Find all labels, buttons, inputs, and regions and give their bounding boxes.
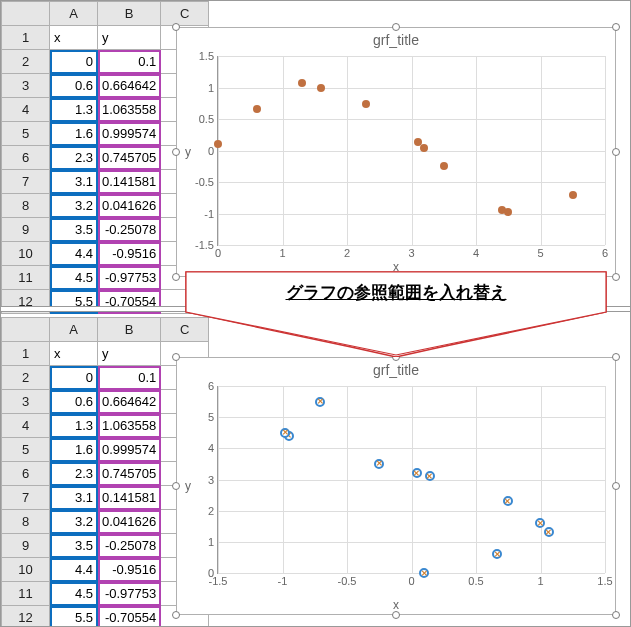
row-header-10[interactable]: 10 bbox=[2, 242, 50, 266]
cell-B7[interactable]: 0.141581 bbox=[98, 170, 161, 194]
cell-A6[interactable]: 2.3 bbox=[50, 462, 98, 486]
cell-A2[interactable]: 0 bbox=[50, 366, 98, 390]
resize-handle-icon[interactable] bbox=[172, 611, 180, 619]
plot-area[interactable]: 0123456-1.5-1-0.500.511.5 bbox=[217, 56, 605, 246]
row-header-8[interactable]: 8 bbox=[2, 194, 50, 218]
row-header-11[interactable]: 11 bbox=[2, 266, 50, 290]
resize-handle-icon[interactable] bbox=[612, 482, 620, 490]
row-header-6[interactable]: 6 bbox=[2, 462, 50, 486]
cell-B8[interactable]: 0.041626 bbox=[98, 510, 161, 534]
cell-B11[interactable]: -0.97753 bbox=[98, 266, 161, 290]
chart-top[interactable]: grf_title y x 0123456-1.5-1-0.500.511.5 bbox=[176, 27, 616, 277]
cell-A1[interactable]: x bbox=[50, 26, 98, 50]
col-header-A[interactable]: A bbox=[50, 2, 98, 26]
data-point[interactable] bbox=[504, 208, 512, 216]
cell-A8[interactable]: 3.2 bbox=[50, 510, 98, 534]
data-point[interactable] bbox=[253, 105, 261, 113]
data-point[interactable] bbox=[544, 527, 554, 537]
resize-handle-icon[interactable] bbox=[612, 148, 620, 156]
cell-A10[interactable]: 4.4 bbox=[50, 242, 98, 266]
row-header-1[interactable]: 1 bbox=[2, 26, 50, 50]
cell-A7[interactable]: 3.1 bbox=[50, 170, 98, 194]
row-header-5[interactable]: 5 bbox=[2, 438, 50, 462]
col-header-A[interactable]: A bbox=[50, 318, 98, 342]
cell-A4[interactable]: 1.3 bbox=[50, 414, 98, 438]
cell-B3[interactable]: 0.664642 bbox=[98, 390, 161, 414]
cell-B4[interactable]: 1.063558 bbox=[98, 98, 161, 122]
row-header-7[interactable]: 7 bbox=[2, 486, 50, 510]
cell-B6[interactable]: 0.745705 bbox=[98, 462, 161, 486]
cell-A11[interactable]: 4.5 bbox=[50, 266, 98, 290]
chart-title[interactable]: grf_title bbox=[177, 28, 615, 48]
cell-B2[interactable]: 0.1 bbox=[98, 366, 161, 390]
cell-B10[interactable]: -0.9516 bbox=[98, 558, 161, 582]
chart-title[interactable]: grf_title bbox=[177, 358, 615, 378]
resize-handle-icon[interactable] bbox=[172, 23, 180, 31]
cell-B9[interactable]: -0.25078 bbox=[98, 218, 161, 242]
cell-A1[interactable]: x bbox=[50, 342, 98, 366]
data-point[interactable] bbox=[419, 568, 429, 578]
cell-A10[interactable]: 4.4 bbox=[50, 558, 98, 582]
row-header-8[interactable]: 8 bbox=[2, 510, 50, 534]
cell-B6[interactable]: 0.745705 bbox=[98, 146, 161, 170]
data-point[interactable] bbox=[420, 144, 428, 152]
data-point[interactable] bbox=[362, 100, 370, 108]
resize-handle-icon[interactable] bbox=[392, 611, 400, 619]
row-header-9[interactable]: 9 bbox=[2, 534, 50, 558]
resize-handle-icon[interactable] bbox=[392, 23, 400, 31]
data-point[interactable] bbox=[374, 459, 384, 469]
row-header-3[interactable]: 3 bbox=[2, 390, 50, 414]
data-point[interactable] bbox=[412, 468, 422, 478]
data-point[interactable] bbox=[569, 191, 577, 199]
row-header-1[interactable]: 1 bbox=[2, 342, 50, 366]
row-header-2[interactable]: 2 bbox=[2, 366, 50, 390]
data-point[interactable] bbox=[425, 471, 435, 481]
cell-B10[interactable]: -0.9516 bbox=[98, 242, 161, 266]
row-header-4[interactable]: 4 bbox=[2, 98, 50, 122]
cell-A3[interactable]: 0.6 bbox=[50, 74, 98, 98]
cell-B12[interactable]: -0.70554 bbox=[98, 606, 161, 628]
resize-handle-icon[interactable] bbox=[172, 148, 180, 156]
col-header-C[interactable]: C bbox=[161, 2, 209, 26]
row-header-2[interactable]: 2 bbox=[2, 50, 50, 74]
corner-cell[interactable] bbox=[2, 318, 50, 342]
cell-A6[interactable]: 2.3 bbox=[50, 146, 98, 170]
data-point[interactable] bbox=[298, 79, 306, 87]
resize-handle-icon[interactable] bbox=[172, 273, 180, 281]
row-header-3[interactable]: 3 bbox=[2, 74, 50, 98]
cell-A4[interactable]: 1.3 bbox=[50, 98, 98, 122]
resize-handle-icon[interactable] bbox=[612, 353, 620, 361]
cell-B9[interactable]: -0.25078 bbox=[98, 534, 161, 558]
data-point[interactable] bbox=[280, 428, 290, 438]
row-header-7[interactable]: 7 bbox=[2, 170, 50, 194]
corner-cell[interactable] bbox=[2, 2, 50, 26]
cell-B1[interactable]: y bbox=[98, 26, 161, 50]
cell-B5[interactable]: 0.999574 bbox=[98, 122, 161, 146]
resize-handle-icon[interactable] bbox=[612, 273, 620, 281]
cell-A12[interactable]: 5.5 bbox=[50, 606, 98, 628]
data-point[interactable] bbox=[440, 162, 448, 170]
cell-B8[interactable]: 0.041626 bbox=[98, 194, 161, 218]
cell-A8[interactable]: 3.2 bbox=[50, 194, 98, 218]
data-point[interactable] bbox=[317, 84, 325, 92]
row-header-4[interactable]: 4 bbox=[2, 414, 50, 438]
resize-handle-icon[interactable] bbox=[612, 611, 620, 619]
cell-B11[interactable]: -0.97753 bbox=[98, 582, 161, 606]
data-point[interactable] bbox=[535, 518, 545, 528]
row-header-6[interactable]: 6 bbox=[2, 146, 50, 170]
col-header-B[interactable]: B bbox=[98, 2, 161, 26]
row-header-9[interactable]: 9 bbox=[2, 218, 50, 242]
cell-A9[interactable]: 3.5 bbox=[50, 218, 98, 242]
cell-A9[interactable]: 3.5 bbox=[50, 534, 98, 558]
cell-B4[interactable]: 1.063558 bbox=[98, 414, 161, 438]
data-point[interactable] bbox=[214, 140, 222, 148]
row-header-5[interactable]: 5 bbox=[2, 122, 50, 146]
cell-B7[interactable]: 0.141581 bbox=[98, 486, 161, 510]
row-header-12[interactable]: 12 bbox=[2, 606, 50, 628]
data-point[interactable] bbox=[492, 549, 502, 559]
resize-handle-icon[interactable] bbox=[172, 353, 180, 361]
cell-B1[interactable]: y bbox=[98, 342, 161, 366]
cell-A5[interactable]: 1.6 bbox=[50, 122, 98, 146]
col-header-B[interactable]: B bbox=[98, 318, 161, 342]
chart-bottom[interactable]: grf_title y x -1.5-1-0.500.511.50123456 bbox=[176, 357, 616, 615]
